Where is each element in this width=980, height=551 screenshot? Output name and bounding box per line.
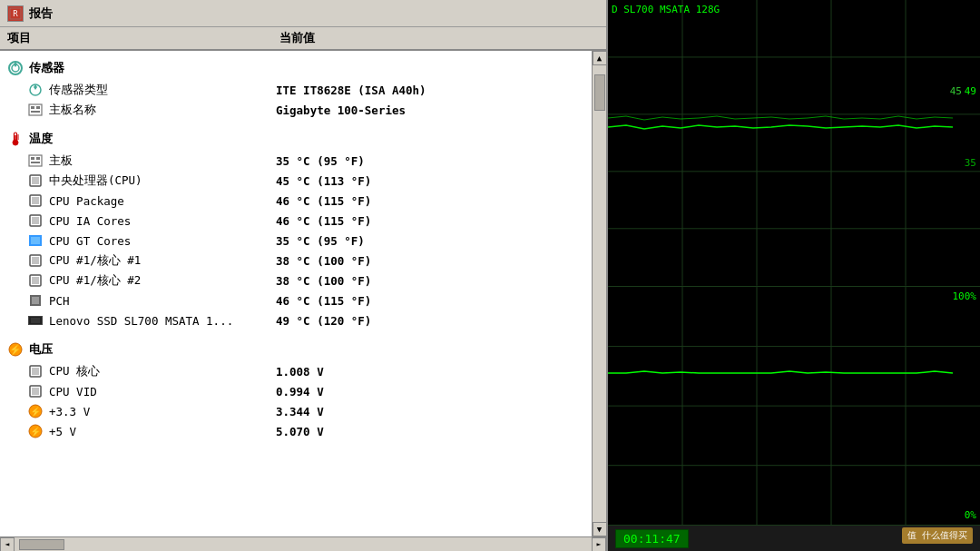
- temp-graph-section: D SL700 MSATA 128G 49 45 35: [608, 0, 980, 287]
- sensor-type-value: ITE IT8628E (ISA A40h): [276, 84, 584, 97]
- cpu-ia-label: CPU IA Cores: [49, 214, 276, 228]
- svg-rect-28: [32, 257, 39, 264]
- main-container: R 报告 项目 当前值: [0, 0, 980, 551]
- cpu-vid-icon: [27, 384, 44, 398]
- core2-value: 38 °C (100 °F): [276, 274, 584, 288]
- list-item[interactable]: ⚡ +5 V 5.070 V: [0, 421, 592, 441]
- cpu-core-v-label: CPU 核心: [49, 364, 276, 379]
- cpu-temp-label: 中央处理器(CPU): [49, 173, 276, 189]
- cpu-temp-icon: [27, 173, 44, 188]
- window-title: 报告: [29, 5, 53, 22]
- title-bar-icon: R: [7, 5, 24, 22]
- graph-label-35: 35: [965, 157, 976, 169]
- scroll-track[interactable]: [593, 65, 606, 522]
- usage-graph-svg: [608, 287, 980, 525]
- title-bar: R 报告: [0, 0, 606, 27]
- timer-display: 00:11:47: [615, 529, 689, 548]
- svg-rect-7: [36, 106, 40, 109]
- cpu-pkg-value: 46 °C (115 °F): [276, 194, 584, 208]
- scroll-right-btn[interactable]: ►: [592, 537, 606, 552]
- cpu-gt-label: CPU GT Cores: [49, 234, 276, 248]
- cpu-pkg-icon: [27, 193, 44, 208]
- section-header-temp: 温度: [0, 127, 592, 151]
- svg-text:⚡: ⚡: [30, 426, 42, 438]
- temp-section-icon: [7, 131, 24, 147]
- svg-rect-17: [36, 157, 40, 160]
- pch-icon: [27, 293, 44, 308]
- h-scroll-track[interactable]: [15, 538, 592, 551]
- svg-text:R: R: [13, 9, 18, 18]
- voltage-section-icon: ⚡: [7, 341, 24, 358]
- v33-icon: ⚡: [27, 404, 44, 418]
- svg-rect-24: [32, 217, 39, 224]
- svg-text:⚡: ⚡: [9, 343, 22, 356]
- board-name-value: Gigabyte 100-Series: [276, 103, 584, 117]
- watermark: 值 什么值得买: [902, 527, 973, 544]
- svg-rect-16: [31, 157, 34, 160]
- svg-rect-32: [32, 297, 39, 304]
- list-item[interactable]: CPU VID 0.994 V: [0, 381, 592, 401]
- svg-rect-30: [32, 277, 39, 284]
- cpu-temp-value: 45 °C (113 °F): [276, 174, 584, 188]
- section-header-voltage: ⚡ 电压: [0, 338, 592, 361]
- svg-rect-6: [31, 106, 34, 109]
- core2-icon: [27, 273, 44, 288]
- list-item[interactable]: PCH 46 °C (115 °F): [0, 290, 592, 310]
- svg-text:⚡: ⚡: [30, 406, 42, 418]
- table-content[interactable]: 传感器 传感器类型 ITE IT8628E (ISA A40h): [0, 51, 606, 536]
- cpu-vid-value: 0.994 V: [276, 385, 584, 398]
- sensor-type-icon: [27, 83, 44, 97]
- sensor-section-icon: [7, 60, 24, 76]
- table-header: 项目 当前值: [0, 27, 606, 51]
- data-rows: 传感器 传感器类型 ITE IT8628E (ISA A40h): [0, 51, 592, 443]
- temp-section-label: 温度: [29, 131, 53, 147]
- h-scroll-thumb[interactable]: [19, 539, 64, 550]
- ssd-label: Lenovo SSD SL700 MSATA 1...: [49, 314, 276, 328]
- pch-label: PCH: [49, 294, 276, 308]
- graph-label-45: 45: [950, 85, 962, 97]
- graph-title-1: D SL700 MSATA 128G: [612, 4, 720, 15]
- core2-label: CPU #1/核心 #2: [49, 273, 276, 289]
- temp-graph-svg: [608, 0, 980, 286]
- motherboard-icon: [27, 103, 44, 117]
- cpu-gt-icon: [27, 233, 44, 248]
- list-item[interactable]: Lenovo SSD SL700 MSATA 1... 49 °C (120 °…: [0, 310, 592, 330]
- cpu-ia-icon: [27, 213, 44, 228]
- svg-rect-26: [31, 237, 40, 244]
- list-item[interactable]: CPU 核心 1.008 V: [0, 361, 592, 381]
- list-item[interactable]: 主板名称 Gigabyte 100-Series: [0, 100, 592, 120]
- list-item[interactable]: CPU #1/核心 #1 38 °C (100 °F): [0, 251, 592, 271]
- cpu-core-v-value: 1.008 V: [276, 365, 584, 379]
- v33-label: +3.3 V: [49, 405, 276, 418]
- list-item[interactable]: CPU IA Cores 46 °C (115 °F): [0, 211, 592, 231]
- list-item[interactable]: 传感器类型 ITE IT8628E (ISA A40h): [0, 80, 592, 100]
- core1-value: 38 °C (100 °F): [276, 254, 584, 268]
- col-item-header: 项目: [7, 30, 279, 46]
- scroll-up-btn[interactable]: ▲: [593, 51, 607, 65]
- v5-label: +5 V: [49, 425, 276, 438]
- cpu-core-v-icon: [27, 364, 44, 379]
- pch-value: 46 °C (115 °F): [276, 294, 584, 308]
- list-item[interactable]: CPU GT Cores 35 °C (95 °F): [0, 231, 592, 251]
- mobo-temp-value: 35 °C (95 °F): [276, 154, 584, 168]
- ssd-icon: [27, 313, 44, 328]
- list-item[interactable]: ⚡ +3.3 V 3.344 V: [0, 401, 592, 421]
- svg-rect-43: [32, 388, 39, 395]
- horizontal-scrollbar[interactable]: ◄ ►: [0, 536, 606, 551]
- svg-rect-22: [32, 197, 39, 204]
- scroll-left-btn[interactable]: ◄: [0, 537, 15, 552]
- usage-graph-section: 100% 0%: [608, 287, 980, 526]
- list-item[interactable]: CPU Package 46 °C (115 °F): [0, 191, 592, 211]
- scroll-thumb[interactable]: [594, 74, 605, 111]
- sensor-type-label: 传感器类型: [49, 83, 276, 98]
- graph-label-49: 49: [965, 85, 976, 97]
- scroll-down-btn[interactable]: ▼: [593, 522, 607, 536]
- cpu-ia-value: 46 °C (115 °F): [276, 214, 584, 228]
- cpu-vid-label: CPU VID: [49, 385, 276, 398]
- list-item[interactable]: CPU #1/核心 #2 38 °C (100 °F): [0, 271, 592, 290]
- vertical-scrollbar[interactable]: ▲ ▼: [592, 51, 606, 536]
- svg-rect-8: [31, 111, 40, 113]
- list-item[interactable]: 主板 35 °C (95 °F): [0, 151, 592, 171]
- left-panel: R 报告 项目 当前值: [0, 0, 608, 551]
- list-item[interactable]: 中央处理器(CPU) 45 °C (113 °F): [0, 171, 592, 191]
